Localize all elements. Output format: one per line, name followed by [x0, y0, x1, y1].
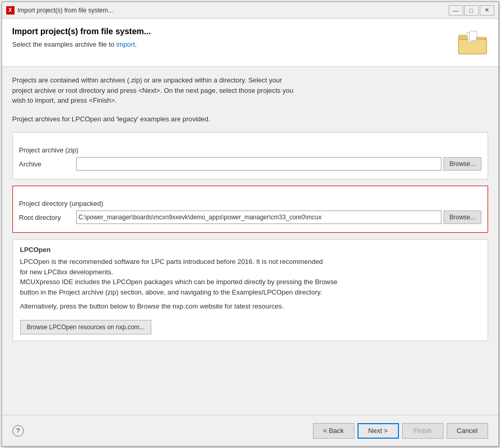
lpcopen-line4: button in the Project archive (zip) sect…: [20, 288, 322, 296]
footer-left: ?: [12, 425, 24, 437]
finish-button[interactable]: Finish: [402, 423, 444, 439]
archive-section: Project archive (zip) Archive Browse...: [12, 132, 488, 179]
page-title: Import project(s) from file system...: [12, 27, 457, 36]
lpcopen-title: LPCOpen: [20, 246, 480, 254]
directory-field-label: Root directory: [19, 214, 76, 221]
header-icon: [457, 27, 488, 58]
subtitle-link: import: [116, 40, 135, 48]
footer: ? < Back Next > Finish Cancel: [2, 415, 498, 446]
app-icon: X: [6, 6, 15, 15]
directory-browse-button[interactable]: Browse...: [444, 211, 481, 224]
description-block: Projects are contained within archives (…: [12, 75, 488, 106]
svg-rect-3: [459, 40, 486, 53]
archive-section-label: Project archive (zip): [19, 146, 481, 154]
subtitle-prefix: Select the examples archive file to: [12, 40, 117, 48]
desc-line3: wish to import, and press <Finish>.: [12, 96, 117, 104]
maximize-button[interactable]: □: [464, 5, 479, 16]
lpcopen-browse-button[interactable]: Browse LPCOpen resources on nxp.com...: [20, 320, 151, 334]
window-controls: — □ ✕: [449, 5, 494, 16]
lpcopen-alt-text: Alternatively, press the button below to…: [20, 301, 480, 312]
back-button[interactable]: < Back: [313, 423, 354, 439]
directory-section-label: Project directory (unpacked): [19, 200, 481, 207]
main-window: X Import project(s) from file system... …: [2, 2, 499, 446]
minimize-button[interactable]: —: [449, 5, 463, 16]
footer-right: < Back Next > Finish Cancel: [313, 423, 488, 439]
help-button[interactable]: ?: [12, 425, 24, 437]
header-subtitle: Select the examples archive file to impo…: [12, 40, 457, 48]
window-title: Import project(s) from file system...: [18, 7, 113, 14]
archive-input[interactable]: [76, 157, 442, 171]
directory-input[interactable]: [76, 211, 442, 224]
desc-line2: project archive or root directory and pr…: [12, 87, 294, 94]
lpcopen-line1: LPCOpen is the recommended software for …: [20, 258, 323, 265]
lpcopen-line3: MCUXpresso IDE includes the LPCOpen pack…: [20, 278, 338, 286]
archive-field-label: Archive: [19, 160, 76, 168]
archive-field-row: Archive Browse...: [19, 157, 481, 171]
archive-browse-button[interactable]: Browse...: [444, 157, 481, 171]
header-section: Import project(s) from file system... Se…: [2, 19, 498, 67]
header-content: Import project(s) from file system... Se…: [12, 27, 457, 48]
directory-section: Project directory (unpacked) Root direct…: [12, 186, 488, 233]
lpcopen-text: LPCOpen is the recommended software for …: [20, 257, 480, 297]
desc-line1: Projects are contained within archives (…: [12, 76, 282, 84]
description-line5: Project archives for LPCOpen and 'legacy…: [12, 114, 488, 124]
lpcopen-section: LPCOpen LPCOpen is the recommended softw…: [12, 239, 488, 341]
next-button[interactable]: Next >: [358, 423, 399, 439]
title-bar: X Import project(s) from file system... …: [2, 2, 498, 19]
subtitle-suffix: .: [135, 40, 137, 48]
lpcopen-line2: for new LPC8xx developments.: [20, 268, 113, 276]
folder-icon: [458, 30, 487, 55]
svg-rect-5: [469, 31, 477, 40]
main-content: Projects are contained within archives (…: [2, 67, 498, 415]
close-button[interactable]: ✕: [480, 5, 494, 16]
directory-field-row: Root directory Browse...: [19, 211, 481, 224]
cancel-button[interactable]: Cancel: [447, 423, 488, 439]
title-bar-left: X Import project(s) from file system...: [6, 6, 113, 15]
